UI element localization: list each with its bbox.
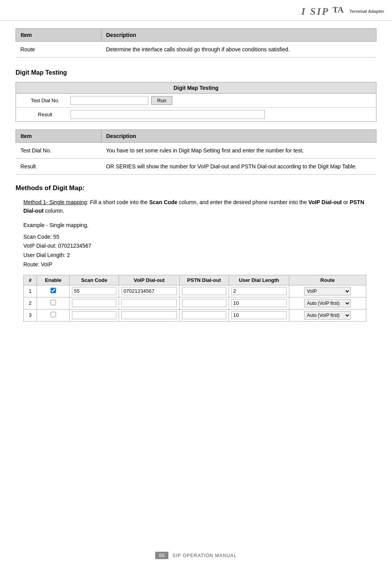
dmt-col-voip: VoIP Dial-out [119,275,179,285]
scan-input-1[interactable] [72,299,116,307]
row-route-2[interactable]: VoIPPSTNAuto (VoIP first)Auto (PSTN firs… [289,309,366,321]
row-num-1: 2 [24,297,37,309]
pstn-input-1[interactable] [182,299,226,307]
enable-checkbox-1[interactable] [51,300,56,305]
desc2-desc-1: OR SERIES will show the number for VoIP … [102,159,376,175]
dmt-test-dial-label: Test Dial No. [20,98,70,103]
digit-map-table: # Enable Scan Code VoIP Dial-out PSTN Di… [23,275,366,322]
row-route-0[interactable]: VoIPPSTNAuto (VoIP first)Auto (PSTN firs… [289,285,366,297]
method1-text: : Fill a short code into the [87,199,149,205]
page-header: I SIP TA Terminal Adapter [0,0,392,21]
page-number: 66 [155,552,168,559]
dmt-result-label: Result [20,112,70,117]
desc2-col1: Item [16,130,102,143]
digit-map-row-1: 2VoIPPSTNAuto (VoIP first)Auto (PSTN fir… [24,297,366,309]
method1-text3: or [342,199,350,205]
route-table-row: Route Determine the interface calls shou… [16,42,376,58]
desc2-item-0: Test Dial No. [16,143,102,159]
pstn-input-0[interactable] [182,287,226,295]
example-line-3: Route: VoIP [23,260,376,269]
desc2-item-1: Result [16,159,102,175]
route-item-cell: Route [16,42,102,58]
footer-manual-text: SIP OPERATION MANUAL [172,553,237,558]
dmt-col-pstn: PSTN Dial-out [179,275,229,285]
dmt-result-input[interactable] [70,110,265,119]
route-desc-cell: Determine the interface calls should go … [102,42,376,58]
logo-area: I SIP TA Terminal Adapter [301,4,384,18]
row-enable-0[interactable] [37,285,70,297]
method1-label: Method 1- Single mapping [23,199,87,205]
enable-checkbox-2[interactable] [51,312,56,317]
row-voip-1[interactable] [119,297,179,309]
digit-map-row-2: 3VoIPPSTNAuto (VoIP first)Auto (PSTN fir… [24,309,366,321]
example-line-2: User Dial Length: 2 [23,251,376,260]
method1-text2: column, and enter the desired phone numb… [177,199,308,205]
row-route-1[interactable]: VoIPPSTNAuto (VoIP first)Auto (PSTN firs… [289,297,366,309]
digit-map-testing-heading: Digit Map Testing [16,69,376,76]
logo-text: I SIP [301,5,329,17]
row-pstn-2[interactable] [179,309,229,321]
page-footer: 66 SIP OPERATION MANUAL [0,552,392,559]
pstn-input-2[interactable] [182,311,226,319]
route-table: Item Description Route Determine the int… [16,28,376,58]
route-select-2[interactable]: VoIPPSTNAuto (VoIP first)Auto (PSTN firs… [304,311,351,320]
dmt-result-row: Result [16,108,376,121]
voip-dial-out-bold: VoIP Dial-out [308,199,342,205]
route-table-col1: Item [16,29,102,42]
desc-table-2: Item Description Test Dial No. You have … [16,129,376,175]
dmt-run-button[interactable]: Run [151,96,172,105]
voip-input-0[interactable] [121,287,177,295]
example-label: Example - Single mapping, [23,221,376,230]
row-num-0: 1 [24,285,37,297]
row-scan-0[interactable] [70,285,119,297]
row-scan-1[interactable] [70,297,119,309]
method1-paragraph: Method 1- Single mapping: Fill a short c… [23,198,376,215]
route-select-0[interactable]: VoIPPSTNAuto (VoIP first)Auto (PSTN firs… [304,287,351,295]
example-line-1: VoIP Dial-out: 07021234567 [23,241,376,251]
methods-heading: Methods of Digit Map: [16,184,376,192]
row-udl-2[interactable] [229,309,289,321]
dmt-col-udl: User Dial Length [229,275,289,285]
udl-input-1[interactable] [231,299,287,307]
main-content: Item Description Route Determine the int… [0,21,392,341]
row-udl-1[interactable] [229,297,289,309]
route-table-col2: Description [102,29,376,42]
dmt-col-enable: Enable [37,275,70,285]
dmt-col-hash: # [24,275,37,285]
voip-input-1[interactable] [121,299,177,307]
dmt-col-scan: Scan Code [70,275,119,285]
example-line-0: Scan Code: 55 [23,233,376,242]
row-pstn-0[interactable] [179,285,229,297]
row-scan-2[interactable] [70,309,119,321]
digit-map-testing-panel: Digit Map Testing Test Dial No. Run Resu… [16,82,376,122]
row-voip-2[interactable] [119,309,179,321]
dmt-panel-title: Digit Map Testing [16,82,376,94]
row-enable-2[interactable] [37,309,70,321]
scan-code-bold: Scan Code [149,199,177,205]
row-pstn-1[interactable] [179,297,229,309]
enable-checkbox-0[interactable] [51,288,56,293]
dmt-col-route: Route [289,275,366,285]
digit-map-row-0: 1VoIPPSTNAuto (VoIP first)Auto (PSTN fir… [24,285,366,297]
row-num-2: 3 [24,309,37,321]
row-enable-1[interactable] [37,297,70,309]
voip-input-2[interactable] [121,311,177,319]
dmt-test-dial-row: Test Dial No. Run [16,94,376,108]
logo-ta-icon: TA [332,4,346,18]
desc2-desc-0: You have to set some rules in Digit Map … [102,143,376,159]
scan-input-0[interactable] [72,287,116,295]
route-select-1[interactable]: VoIPPSTNAuto (VoIP first)Auto (PSTN firs… [304,299,351,308]
svg-text:TA: TA [332,5,344,14]
desc2-row-1: Result OR SERIES will show the number fo… [16,159,376,175]
scan-input-2[interactable] [72,311,116,319]
desc2-row-0: Test Dial No. You have to set some rules… [16,143,376,159]
udl-input-2[interactable] [231,311,287,319]
example-block: Example - Single mapping, Scan Code: 55 … [23,221,376,269]
desc2-col2: Description [102,130,376,143]
udl-input-0[interactable] [231,287,287,295]
row-udl-0[interactable] [229,285,289,297]
product-label: Terminal Adapter [350,9,384,14]
method1-text4: column. [44,208,64,214]
row-voip-0[interactable] [119,285,179,297]
dmt-test-dial-input[interactable] [70,96,148,105]
